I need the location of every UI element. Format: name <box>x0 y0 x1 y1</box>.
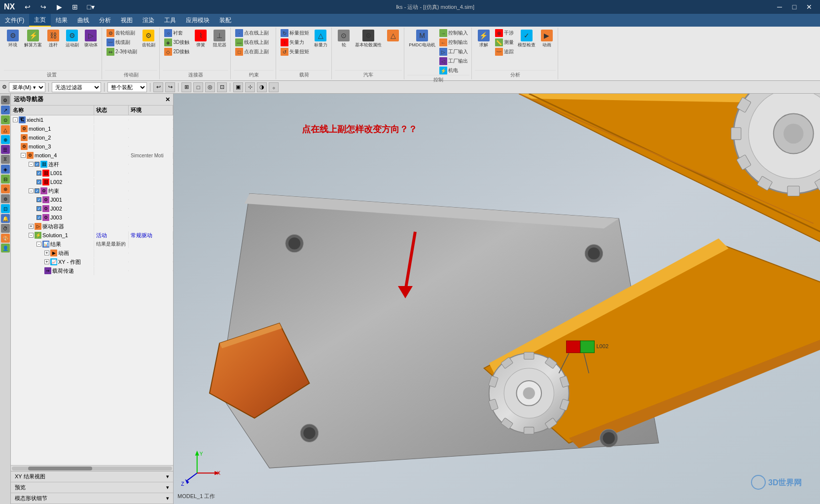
animate-button[interactable]: ▶ 动画 <box>538 29 556 49</box>
preview-panel-header[interactable]: 预览 ▾ <box>11 482 173 493</box>
spring-button[interactable]: ⌇ 弹簧 <box>192 29 210 49</box>
nav-item-liangan[interactable]: - ✓ ⛓ 连杆 <box>11 160 173 169</box>
wheel-button[interactable]: ⊙ 轮 <box>335 29 353 49</box>
checkbox-L002[interactable]: ✓ <box>36 180 41 184</box>
navigator-close-icon[interactable]: ✕ <box>165 96 170 103</box>
no-filter-select[interactable]: 无选过滤器 <box>52 82 101 92</box>
toolbar-btn-3[interactable]: ⊞ <box>181 82 191 92</box>
menu-curves[interactable]: 曲线 <box>72 14 94 27</box>
hub-prop-button[interactable]: ⚙ 基本轮毂属性 <box>354 29 383 49</box>
line-on-line-button[interactable]: — 线在线上副 <box>234 38 270 47</box>
sidebar-icon-6[interactable]: ☰ <box>1 145 10 154</box>
sidebar-icon-11[interactable]: ⊚ <box>1 194 10 203</box>
sidebar-icon-14[interactable]: ⏱ <box>1 224 10 233</box>
cable-pair-button[interactable]: 〰 线缆副 <box>105 38 139 47</box>
checkbox-L001[interactable]: ✓ <box>36 171 41 176</box>
menu-analysis[interactable]: 分析 <box>94 14 116 27</box>
trace-button[interactable]: 〰 追踪 <box>494 47 515 56</box>
model-check-button[interactable]: ✓ 模型检查 <box>516 29 537 49</box>
sidebar-icon-9[interactable]: ⊟ <box>1 175 10 183</box>
solve-button[interactable]: ⚡ 解算方案 <box>23 29 43 49</box>
toolbar-btn-4[interactable]: □ <box>193 82 203 92</box>
mechel-button[interactable]: ⚡ 机电 <box>438 66 469 75</box>
menu-file[interactable]: 文件(F) <box>0 14 29 27</box>
sidebar-icon-7[interactable]: ⧖ <box>1 155 10 164</box>
redo-button[interactable]: ↪ <box>36 0 50 14</box>
solve2-button[interactable]: ⚡ 求解 <box>475 29 493 49</box>
nav-item-donghua[interactable]: + ▶ 动画 <box>11 249 173 257</box>
expand-qudong[interactable]: + <box>29 224 34 229</box>
modal-panel-header[interactable]: 模态形状细节 ▾ <box>11 493 173 504</box>
scalar-force-button[interactable]: △ 标量力 <box>312 29 329 49</box>
toolbar-btn-6[interactable]: ⊡ <box>217 82 227 92</box>
nav-item-motion3[interactable]: ⚙ motion_3 <box>11 142 173 151</box>
nav-item-yueshu[interactable]: - ✓ ⚙ 约束 <box>11 186 173 195</box>
contact3d-button[interactable]: ◈ 3D接触 <box>163 38 191 47</box>
joint-button[interactable]: ⚙ 运动副 <box>63 29 81 49</box>
expand-motion4[interactable]: - <box>21 153 26 158</box>
sidebar-icon-16[interactable]: 👤 <box>1 244 10 252</box>
nav-item-solution1[interactable]: - ⚡ Solution_1 活动 常规驱动 <box>11 231 173 240</box>
expand-solution1[interactable]: - <box>29 233 34 238</box>
nav-item-qudong[interactable]: + ▷ 驱动容器 <box>11 222 173 231</box>
contact2d-button[interactable]: ◇ 2D接触 <box>163 47 191 56</box>
sidebar-icon-10[interactable]: ⊛ <box>1 184 10 193</box>
trans23-button[interactable]: ⇔ 2-3传动副 <box>105 47 139 56</box>
expand-xiechi1[interactable]: - <box>13 117 18 122</box>
sidebar-icon-1[interactable]: ⚙ <box>1 96 10 105</box>
ctrl-output-button[interactable]: ← 控制输出 <box>438 38 469 47</box>
nav-item-L002[interactable]: ✓ ⛓ L002 <box>11 178 173 186</box>
toolbar-btn-8[interactable]: ⊹ <box>245 82 255 92</box>
toolbar-btn-2[interactable]: ↪ <box>165 82 175 92</box>
assembly-select[interactable]: 整个装配 <box>107 82 147 92</box>
checkbox-J002[interactable]: ✓ <box>36 206 41 211</box>
nav-item-jieguo[interactable]: - 📊 结果 结果是最新的 <box>11 240 173 249</box>
sidebar-icon-4[interactable]: △ <box>1 125 10 134</box>
nav-item-motion4[interactable]: - ⚙ motion_4 Simcenter Moti <box>11 151 173 160</box>
menu-view[interactable]: 视图 <box>116 14 138 27</box>
menu-home[interactable]: 主页 <box>29 14 51 27</box>
pmdc-button[interactable]: M PMDC电动机 <box>407 29 437 49</box>
toolbar-btn-10[interactable]: ⬦ <box>269 82 279 92</box>
scalar-torque-button[interactable]: ↻ 标量扭矩 <box>279 29 311 37</box>
nav-item-motion2[interactable]: ⚙ motion_2 <box>11 133 173 142</box>
triangle-button[interactable]: △ <box>384 29 402 43</box>
menu-filter-select[interactable]: 菜单(M) ▾ <box>9 82 45 92</box>
ctrl-input-button[interactable]: → 控制输入 <box>438 29 469 37</box>
expand-jieguo[interactable]: - <box>36 242 41 247</box>
vector-torque-button[interactable]: ↺ 矢量扭矩 <box>279 47 311 56</box>
nav-item-zahe[interactable]: ⇒ 载荷传递 <box>11 266 173 275</box>
expand-donghua[interactable]: + <box>44 251 49 255</box>
checkbox-yueshu[interactable]: ✓ <box>35 188 39 193</box>
gear-set-button[interactable]: ⚙ 齿轮副 <box>140 29 157 49</box>
undo-button[interactable]: ↩ <box>21 0 35 14</box>
xy-result-panel-header[interactable]: XY 结果视图 ▾ <box>11 471 173 482</box>
close-button[interactable]: ✕ <box>802 0 816 14</box>
gear-pair-button[interactable]: ⚙ 齿轮组副 <box>105 29 139 37</box>
expand-yueshu[interactable]: - <box>29 188 34 193</box>
sidebar-icon-15[interactable]: 🎨 <box>1 234 10 243</box>
pt-on-line-button[interactable]: · 点在线上副 <box>234 29 270 37</box>
maximize-button[interactable]: □ <box>787 0 801 14</box>
sidebar-icon-13[interactable]: 🔔 <box>1 214 10 223</box>
menu-assembly[interactable]: 装配 <box>214 14 236 27</box>
interfere-button[interactable]: ⊕ 干涉 <box>494 29 515 37</box>
checkbox-liangan[interactable]: ✓ <box>35 162 39 167</box>
env-button[interactable]: ⚙ 环境 <box>4 29 22 49</box>
3d-viewport[interactable]: L002 Y X Z 点在线上副怎样改变方向？？ <box>174 94 820 504</box>
expand-xy[interactable]: + <box>44 259 49 264</box>
sidebar-icon-3[interactable]: ⊙ <box>1 115 10 124</box>
switch-window-button[interactable]: ⊞ <box>68 0 82 14</box>
navigator-scrollbar[interactable] <box>11 465 173 471</box>
pt-on-face-button[interactable]: □ 点在面上副 <box>234 47 270 56</box>
nav-item-L001[interactable]: ✓ ⛓ L001 <box>11 169 173 178</box>
menu-results[interactable]: 结果 <box>51 14 72 27</box>
toolbar-btn-9[interactable]: ◑ <box>257 82 267 92</box>
sidebar-icon-12[interactable]: ⊡ <box>1 204 10 213</box>
window-button[interactable]: □▾ <box>84 0 98 14</box>
nav-item-J003[interactable]: ✓ ⚙ J003 <box>11 213 173 222</box>
checkbox-J001[interactable]: ✓ <box>36 197 41 202</box>
run-button[interactable]: ▶ <box>52 0 66 14</box>
menu-render[interactable]: 渲染 <box>138 14 159 27</box>
nav-item-J001[interactable]: ✓ ⚙ J001 <box>11 195 173 204</box>
